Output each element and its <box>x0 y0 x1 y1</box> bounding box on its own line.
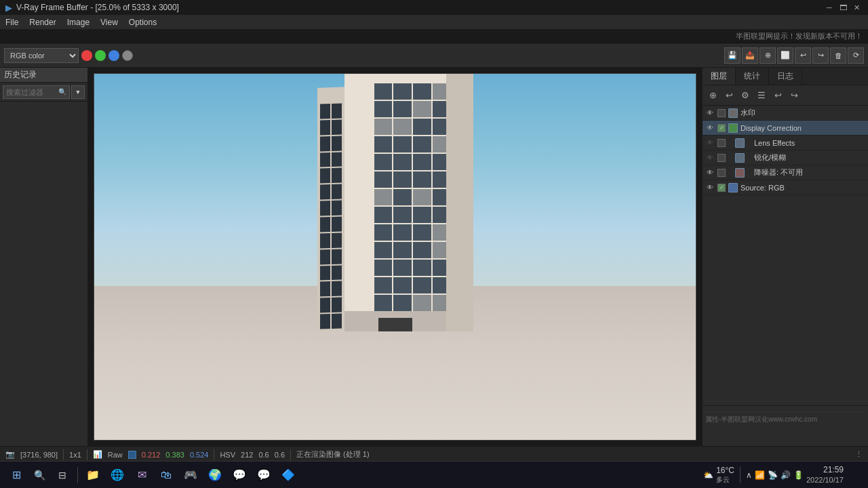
layer-undo-btn[interactable]: ↩ <box>722 88 736 103</box>
history-title: 历史记录 <box>4 69 37 81</box>
taskbar: ⊞ 🔍 ⊟ 📁 🌐 ✉ 🛍 🎮 🌍 💬 💬 🔷 ⛅ 16°C 多云 ∧ 📶 📡 … <box>0 461 868 488</box>
taskbar-explorer[interactable]: 📁 <box>82 464 104 486</box>
tab-log[interactable]: 日志 <box>769 68 802 85</box>
start-button[interactable]: ⊞ <box>5 464 27 486</box>
layer-undo2-btn[interactable]: ↩ <box>770 88 785 103</box>
taskbar-mail[interactable]: ✉ <box>131 464 153 486</box>
red-channel-btn[interactable] <box>81 50 92 61</box>
status-s: 0.6 <box>258 451 269 459</box>
statusbar: 📷 [3716, 980] 1x1 📊 Raw 0.212 0.383 0.52… <box>0 446 868 462</box>
taskbar-kakaotalk[interactable]: 💬 <box>253 464 275 486</box>
taskbar-teams[interactable]: 💬 <box>229 464 250 486</box>
layer-redo-btn[interactable]: ↪ <box>787 88 802 103</box>
layer-item-display-correction[interactable]: 👁 ✓ Display Correction <box>703 121 868 136</box>
layer-settings-btn[interactable]: ⚙ <box>738 88 753 103</box>
weather-widget: ⛅ 16°C 多云 <box>703 466 734 485</box>
menu-options[interactable]: Options <box>123 16 162 28</box>
layer-eye-sharpen[interactable]: 👁 <box>705 153 715 163</box>
close-button[interactable]: ✕ <box>850 1 863 14</box>
layer-check-water[interactable] <box>717 109 726 117</box>
weather-info: 16°C 多云 <box>716 466 734 485</box>
taskbar-xbox[interactable]: 🎮 <box>180 464 201 486</box>
status-color-mode: HSV <box>220 451 235 459</box>
building-side-face <box>317 87 344 331</box>
tray-battery[interactable]: 🔋 <box>793 470 804 480</box>
properties-label: 属性-半图联盟网汉化www.cnvhc.com <box>705 415 817 423</box>
menu-file[interactable]: File <box>0 16 24 28</box>
show-desktop-btn[interactable] <box>846 464 863 486</box>
filter-toggle-btn[interactable]: ▼ <box>71 85 85 99</box>
search-input[interactable] <box>6 88 58 96</box>
save-button[interactable]: 💾 <box>724 47 741 64</box>
side-windows <box>319 102 343 330</box>
layer-check-denoiser[interactable] <box>717 169 726 177</box>
layer-check-dc[interactable]: ✓ <box>717 124 726 132</box>
tray-network[interactable]: 📶 <box>755 470 765 480</box>
tray-chevron[interactable]: ∧ <box>746 470 752 480</box>
region-button[interactable]: ⊕ <box>760 47 776 64</box>
announce-text: 半图联盟网提示！发现新版本不可用！ <box>736 32 863 40</box>
channels-button[interactable]: ⬜ <box>777 47 793 64</box>
layer-item-denoiser[interactable]: 👁 降噪器: 不可用 <box>703 165 868 180</box>
tray-speaker[interactable]: 🔊 <box>781 470 791 480</box>
right-panel: 图层 统计 日志 ⊕ ↩ ⚙ ☰ ↩ ↪ 👁 水印 👁 ✓ <box>702 68 868 446</box>
tray-wifi[interactable]: 📡 <box>768 470 778 480</box>
search-icon[interactable]: 🔍 <box>58 88 66 96</box>
layer-eye-source[interactable]: 👁 <box>705 183 715 192</box>
layer-check-sharpen[interactable] <box>717 154 726 162</box>
announce-bar: 半图联盟网提示！发现新版本不可用！ <box>0 30 868 43</box>
menu-image[interactable]: Image <box>62 16 95 28</box>
tab-stats[interactable]: 统计 <box>736 68 769 85</box>
layer-eye-dc[interactable]: 👁 <box>705 123 715 133</box>
taskbar-widget-btn[interactable]: ⊟ <box>52 464 73 486</box>
status-icon: 📷 <box>5 450 15 459</box>
layer-eye-water[interactable]: 👁 <box>705 108 715 118</box>
layer-check-lens[interactable] <box>717 139 726 147</box>
status-sample: 1x1 <box>69 451 81 459</box>
export-button[interactable]: 📤 <box>742 47 758 64</box>
maximize-button[interactable]: 🗖 <box>837 1 849 14</box>
layer-check-source[interactable]: ✓ <box>717 184 726 192</box>
layer-stack-btn[interactable]: ☰ <box>754 88 769 103</box>
weather-icon: ⛅ <box>703 470 713 480</box>
color-mode-select[interactable]: RGB color Alpha Luminance <box>4 48 79 63</box>
layer-item-sharpen[interactable]: 👁 锐化/模糊 <box>703 150 868 165</box>
green-channel-btn[interactable] <box>95 50 106 61</box>
right-properties: 属性-半图联盟网汉化www.cnvhc.com <box>703 405 868 446</box>
redo-button[interactable]: ↪ <box>812 47 829 64</box>
layer-item-lens[interactable]: 👁 Lens Effects <box>703 136 868 150</box>
taskbar-sep2 <box>740 467 741 483</box>
status-color-swatch <box>128 451 136 459</box>
clear-button[interactable]: 🗑 <box>830 47 846 64</box>
building-entrance <box>378 318 412 331</box>
alpha-channel-btn[interactable] <box>122 50 133 61</box>
menu-view[interactable]: View <box>95 16 123 28</box>
layer-eye-lens[interactable]: 👁 <box>705 138 715 148</box>
taskbar-sketchup[interactable]: 🔷 <box>277 464 299 486</box>
building-right-face <box>446 74 473 331</box>
tab-layers[interactable]: 图层 <box>703 68 736 85</box>
layer-add-btn[interactable]: ⊕ <box>705 88 720 103</box>
refresh-button[interactable]: ⟳ <box>848 47 864 64</box>
taskbar-store[interactable]: 🛍 <box>155 464 177 486</box>
layer-item-water[interactable]: 👁 水印 <box>703 106 868 121</box>
layer-name-denoiser: 降噪器: 不可用 <box>754 167 865 178</box>
layer-name-source: Source: RGB <box>741 184 865 192</box>
clock-time: 21:59 <box>806 465 844 476</box>
layer-icon-denoiser <box>735 168 745 178</box>
titlebar: ▶ V-Ray Frame Buffer - [25.0% of 5333 x … <box>0 0 868 15</box>
layer-icon-sharpen <box>735 153 745 163</box>
titlebar-controls: ─ 🗖 ✕ <box>823 1 863 14</box>
body: 历史记录 🔍 ▼ <box>0 68 868 446</box>
blue-channel-btn[interactable] <box>108 50 119 61</box>
layer-item-source[interactable]: 👁 ✓ Source: RGB <box>703 180 868 195</box>
status-options-btn[interactable]: ⋮ <box>855 450 863 459</box>
menu-render[interactable]: Render <box>24 16 61 28</box>
layer-eye-denoiser[interactable]: 👁 <box>705 168 715 178</box>
taskbar-edge[interactable]: 🌐 <box>106 464 128 486</box>
taskbar-chrome[interactable]: 🌍 <box>204 464 226 486</box>
taskbar-search-btn[interactable]: 🔍 <box>30 466 49 485</box>
minimize-button[interactable]: ─ <box>823 1 835 14</box>
taskbar-clock[interactable]: 21:59 2022/10/17 <box>806 465 844 485</box>
undo-button[interactable]: ↩ <box>795 47 811 64</box>
